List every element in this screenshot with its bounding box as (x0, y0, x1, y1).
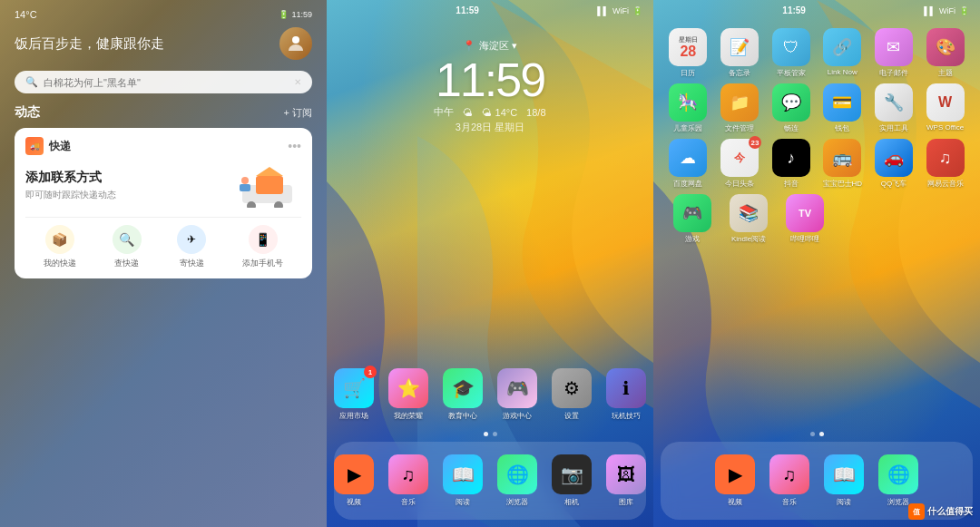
right-dock-browser[interactable]: 🌐 浏览器 (878, 454, 918, 507)
right-browser-icon: 🌐 (878, 454, 918, 494)
qq-plane-icon: 🚗 (875, 139, 913, 177)
status-mid-time: 11:59 (456, 5, 479, 15)
toutiao-icon: 今 23 (720, 139, 759, 177)
app-qq-car[interactable]: 🚗 QQ飞车 (869, 139, 918, 189)
check-express-label: 查快递 (114, 258, 139, 269)
messages-icon: 💬 (772, 83, 810, 122)
app-toutiao[interactable]: 今 23 今日头条 (715, 139, 764, 189)
express-add-sub: 即可随时跟踪快递动态 (25, 189, 238, 201)
location-row[interactable]: 📍 海淀区 ▾ (463, 39, 517, 53)
app-calendar[interactable]: 星期日 28 日历 (663, 28, 712, 78)
wallet-icon: 💳 (823, 83, 861, 122)
music-dock-icon: ♫ (388, 454, 428, 494)
express-illustration (238, 162, 301, 208)
status-bar-mid: 11:59 ▌▌ WiFi 🔋 (327, 0, 653, 21)
status-bar-left: 14°C 🔋 11:59 (15, 9, 312, 20)
app-babybus[interactable]: 🚌 宝宝巴士HD (818, 139, 867, 189)
more-options-icon[interactable]: ••• (288, 139, 301, 153)
svg-marker-5 (256, 167, 283, 176)
app-douyin[interactable]: ♪ 抖音 (767, 139, 816, 189)
right-dot-2 (819, 432, 824, 436)
dock-browser[interactable]: 🌐 浏览器 (497, 454, 537, 507)
game2-label: 游戏 (685, 234, 700, 244)
dock-row: ▶ 视频 ♫ 音乐 📖 阅读 🌐 浏览器 📷 相机 (341, 447, 639, 514)
dynamic-section: 动态 + 订阅 🚚 快递 ••• 添加联系方式 即可随时跟踪快递动态 (15, 104, 312, 278)
search-bar[interactable]: 🔍 ✕ (15, 71, 312, 93)
app-link-now[interactable]: 🔗 Link Now (818, 28, 867, 78)
app-bilibili[interactable]: TV 哔哩哔哩 (780, 194, 829, 244)
game2-icon: 🎮 (673, 194, 711, 232)
calendar-label: 日历 (681, 68, 695, 78)
page-indicator (327, 432, 653, 436)
add-phone-label: 添加手机号 (242, 258, 283, 269)
app-wallet[interactable]: 💳 钱包 (818, 83, 867, 133)
gallery-dock-icon: 🖼 (606, 454, 646, 494)
baidu-icon: ☁ (669, 139, 707, 177)
browser-dock-label: 浏览器 (506, 497, 528, 507)
express-action-phone[interactable]: 📱 添加手机号 (242, 225, 283, 269)
right-music-label: 音乐 (782, 497, 797, 507)
read-dock-label: 阅读 (456, 497, 470, 507)
time-sub: 中午 🌤 🌤 14°C 18/8 (434, 105, 545, 119)
app-memo[interactable]: 📝 备忘录 (715, 28, 764, 78)
app-edu[interactable]: 🎓 教育中心 (443, 368, 483, 421)
app-appstore[interactable]: 🛒 1 应用市场 (334, 368, 374, 421)
app-kindle[interactable]: 📚 Kindle阅读 (724, 194, 773, 244)
tablet-mgr-icon: 🛡 (772, 28, 810, 66)
app-netease-music[interactable]: ♫ 网易云音乐 (921, 139, 970, 189)
app-kids[interactable]: 🎠 儿童乐园 (663, 83, 712, 133)
theme-icon: 🎨 (926, 28, 965, 66)
app-settings[interactable]: ⚙ 设置 (552, 368, 592, 421)
app-files[interactable]: 📁 文件管理 (715, 83, 764, 133)
dock-camera[interactable]: 📷 相机 (552, 454, 592, 507)
bilibili-icon: TV (786, 194, 824, 232)
app-grid-row-4: 🎮 游戏 📚 Kindle阅读 TV 哔哩哔哩 (662, 194, 971, 244)
right-dock-read[interactable]: 📖 阅读 (824, 454, 864, 507)
send-express-label: 寄快递 (180, 258, 204, 269)
greeting-section: 饭后百步走，健康跟你走 (15, 27, 312, 60)
express-action-my[interactable]: 📦 我的快递 (44, 225, 76, 269)
wallet-label: 钱包 (835, 123, 849, 133)
app-messages[interactable]: 💬 畅连 (767, 83, 816, 133)
right-dock-video[interactable]: ▶ 视频 (715, 454, 755, 507)
app-tablet-manager[interactable]: 🛡 平板管家 (767, 28, 816, 78)
dot-1 (484, 432, 488, 436)
app-tips[interactable]: ℹ 玩机技巧 (606, 368, 646, 421)
send-express-icon: ✈ (177, 225, 206, 254)
express-action-check[interactable]: 🔍 查快递 (113, 225, 142, 269)
kindle-icon: 📚 (730, 194, 768, 232)
music-dock-label: 音乐 (401, 497, 416, 507)
app-theme[interactable]: 🎨 主题 (921, 28, 970, 78)
dock-music[interactable]: ♫ 音乐 (388, 454, 428, 507)
tools-label: 实用工具 (879, 123, 908, 133)
weather-icon: 🌤 (463, 107, 473, 118)
wifi-icon: WiFi (612, 6, 629, 15)
app-baidu-disk[interactable]: ☁ 百度网盘 (663, 139, 712, 189)
watermark-text: 什么值得买 (927, 505, 973, 518)
express-actions: 📦 我的快递 🔍 查快递 ✈ 寄快递 📱 添加手机号 (25, 217, 301, 269)
avatar[interactable] (279, 27, 312, 60)
app-wps[interactable]: W WPS Office (921, 83, 970, 133)
tablet-mgr-label: 平板管家 (777, 68, 806, 78)
search-input[interactable] (44, 77, 289, 88)
app-game2[interactable]: 🎮 游戏 (668, 194, 717, 244)
search-icon: 🔍 (25, 76, 38, 88)
app-myhuawei[interactable]: ⭐ 我的荣耀 (388, 368, 428, 421)
dock-video[interactable]: ▶ 视频 (334, 454, 374, 507)
tips-icon: ℹ (606, 368, 646, 408)
app-tools[interactable]: 🔧 实用工具 (869, 83, 918, 133)
browser-dock-icon: 🌐 (497, 454, 537, 494)
camera-dock-label: 相机 (564, 497, 579, 507)
right-dock-music[interactable]: ♫ 音乐 (769, 454, 809, 507)
link-now-label: Link Now (828, 68, 858, 76)
my-express-label: 我的快递 (44, 258, 76, 269)
dock-read[interactable]: 📖 阅读 (443, 454, 483, 507)
email-icon: ✉ (875, 28, 913, 66)
app-game-center[interactable]: 🎮 游戏中心 (497, 368, 537, 421)
dock-gallery[interactable]: 🖼 图库 (606, 454, 646, 507)
location-icon: 📍 (463, 40, 475, 52)
subscribe-button[interactable]: + 订阅 (284, 106, 312, 120)
appstore-icon: 🛒 1 (334, 368, 374, 408)
app-email[interactable]: ✉ 电子邮件 (869, 28, 918, 78)
express-action-send[interactable]: ✈ 寄快递 (177, 225, 206, 269)
